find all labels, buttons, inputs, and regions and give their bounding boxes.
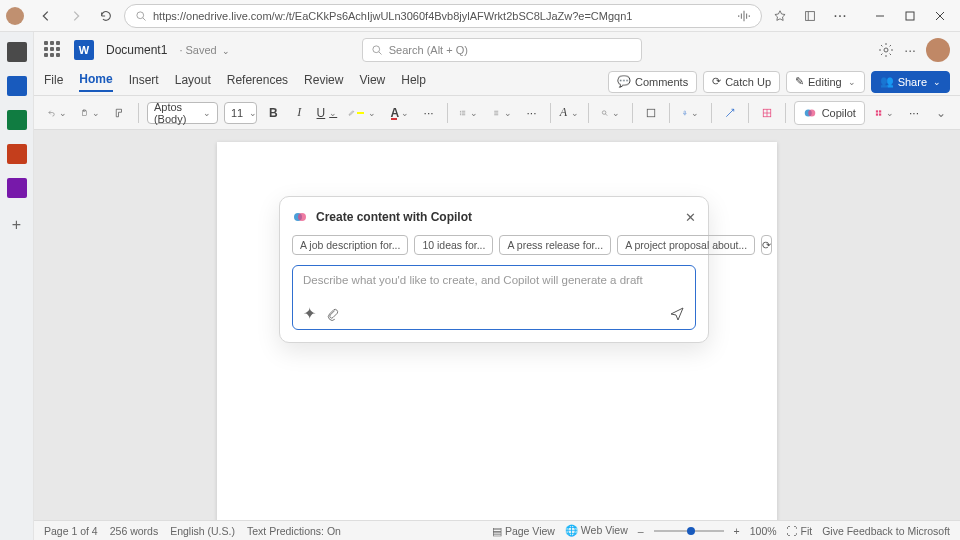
suggestion-chip[interactable]: A job description for... — [292, 235, 408, 255]
tab-home[interactable]: Home — [79, 72, 112, 92]
status-page[interactable]: Page 1 of 4 — [44, 525, 98, 537]
italic-button[interactable]: I — [289, 101, 309, 125]
tab-help[interactable]: Help — [401, 73, 426, 91]
svg-rect-31 — [876, 110, 878, 112]
copilot-input-placeholder: Describe what you'd like to create, and … — [303, 274, 685, 286]
zoom-slider[interactable] — [654, 530, 724, 532]
address-bar[interactable]: https://onedrive.live.com/w:/t/EaCKkPs6A… — [124, 4, 762, 28]
maximize-button[interactable] — [896, 4, 924, 28]
page[interactable]: Create content with Copilot ✕ A job desc… — [217, 142, 777, 520]
document-canvas[interactable]: Create content with Copilot ✕ A job desc… — [34, 130, 960, 520]
sidebar-app-onenote[interactable] — [7, 178, 27, 198]
page-view-button[interactable]: ▤ Page View — [492, 525, 555, 537]
svg-rect-2 — [806, 11, 815, 20]
favorites-icon[interactable] — [768, 4, 792, 28]
sidebar-app-excel[interactable] — [7, 110, 27, 130]
suggestion-chip[interactable]: A press release for... — [499, 235, 611, 255]
attach-icon[interactable] — [326, 307, 340, 321]
tab-references[interactable]: References — [227, 73, 288, 91]
designer-button[interactable] — [641, 101, 661, 125]
zoom-in-button[interactable]: + — [734, 525, 740, 537]
tab-view[interactable]: View — [359, 73, 385, 91]
sidebar-add-button[interactable]: + — [12, 216, 21, 234]
undo-button[interactable]: ⌄ — [44, 101, 71, 125]
status-language[interactable]: English (U.S.) — [170, 525, 235, 537]
forward-button[interactable] — [64, 4, 88, 28]
back-button[interactable] — [34, 4, 58, 28]
web-view-button[interactable]: 🌐 Web View — [565, 524, 628, 537]
user-avatar[interactable] — [926, 38, 950, 62]
svg-point-36 — [298, 213, 306, 221]
svg-rect-25 — [684, 110, 685, 113]
zoom-out-button[interactable]: – — [638, 525, 644, 537]
font-family-select[interactable]: Aptos (Body)⌄ — [147, 102, 218, 124]
format-painter-button[interactable] — [110, 101, 130, 125]
copilot-ribbon-button[interactable]: Copilot — [794, 101, 865, 125]
fit-button[interactable]: ⛶ Fit — [787, 525, 813, 537]
editor-button[interactable] — [720, 101, 740, 125]
highlight-button[interactable]: ⌄ — [344, 101, 380, 125]
sidebar-app-hub[interactable] — [7, 42, 27, 62]
sidebar-app-powerpoint[interactable] — [7, 144, 27, 164]
status-predictions[interactable]: Text Predictions: On — [247, 525, 341, 537]
browser-menu-icon[interactable]: ··· — [828, 4, 852, 28]
svg-point-15 — [460, 112, 461, 113]
numbering-button[interactable]: ⌄ — [488, 101, 515, 125]
feedback-link[interactable]: Give Feedback to Microsoft — [822, 525, 950, 537]
document-name[interactable]: Document1 — [106, 43, 167, 57]
status-words[interactable]: 256 words — [110, 525, 158, 537]
font-color-button[interactable]: A⌄ — [386, 101, 412, 125]
svg-point-22 — [603, 110, 607, 114]
copilot-input[interactable]: Describe what you'd like to create, and … — [292, 265, 696, 330]
save-status[interactable]: · Saved ⌄ — [179, 44, 229, 56]
collections-icon[interactable] — [798, 4, 822, 28]
zoom-level[interactable]: 100% — [750, 525, 777, 537]
tab-layout[interactable]: Layout — [175, 73, 211, 91]
minimize-button[interactable] — [866, 4, 894, 28]
font-size-select[interactable]: 11⌄ — [224, 102, 257, 124]
svg-rect-33 — [876, 113, 878, 115]
paste-button[interactable]: ⌄ — [77, 101, 104, 125]
tab-insert[interactable]: Insert — [129, 73, 159, 91]
svg-rect-34 — [879, 113, 881, 115]
word-app-icon: W — [74, 40, 94, 60]
more-icon[interactable]: ··· — [904, 42, 916, 58]
tab-file[interactable]: File — [44, 73, 63, 91]
close-window-button[interactable] — [926, 4, 954, 28]
editing-mode-button[interactable]: ✎ Editing ⌄ — [786, 71, 865, 93]
suggestion-chip[interactable]: 10 ideas for... — [414, 235, 493, 255]
svg-line-23 — [606, 113, 608, 115]
svg-point-8 — [373, 46, 380, 53]
more-paragraph-button[interactable]: ··· — [522, 101, 542, 125]
send-icon[interactable] — [669, 306, 685, 322]
tab-review[interactable]: Review — [304, 73, 343, 91]
read-aloud-icon[interactable] — [737, 9, 751, 23]
refresh-button[interactable] — [94, 4, 118, 28]
suggestion-chip[interactable]: A project proposal about... — [617, 235, 755, 255]
grid-button[interactable]: ⌄ — [871, 101, 898, 125]
comments-button[interactable]: 💬 Comments — [608, 71, 697, 93]
svg-point-17 — [460, 114, 461, 115]
catch-up-button[interactable]: ⟳ Catch Up — [703, 71, 780, 93]
close-icon[interactable]: ✕ — [685, 210, 696, 225]
more-ribbon-button[interactable]: ··· — [904, 101, 924, 125]
search-box[interactable]: Search (Alt + Q) — [362, 38, 642, 62]
bold-button[interactable]: B — [263, 101, 283, 125]
more-font-button[interactable]: ··· — [419, 101, 439, 125]
collapse-ribbon-button[interactable]: ⌄ — [930, 101, 950, 125]
bullets-button[interactable]: ⌄ — [455, 101, 482, 125]
addins-button[interactable] — [757, 101, 777, 125]
underline-button[interactable]: U⌄ — [315, 101, 338, 125]
sparkle-icon[interactable]: ✦ — [303, 304, 316, 323]
svg-point-13 — [460, 110, 461, 111]
share-button[interactable]: 👥 Share ⌄ — [871, 71, 950, 93]
sidebar-app-word[interactable] — [7, 76, 27, 96]
dictate-button[interactable]: ⌄ — [678, 101, 704, 125]
styles-button[interactable]: A⌄ — [558, 101, 580, 125]
app-launcher-icon[interactable] — [44, 41, 62, 59]
refresh-suggestions-icon[interactable]: ⟳ — [761, 235, 772, 255]
svg-line-1 — [143, 17, 146, 20]
browser-profile-avatar[interactable] — [6, 7, 24, 25]
settings-icon[interactable] — [878, 42, 894, 58]
find-button[interactable]: ⌄ — [597, 101, 624, 125]
